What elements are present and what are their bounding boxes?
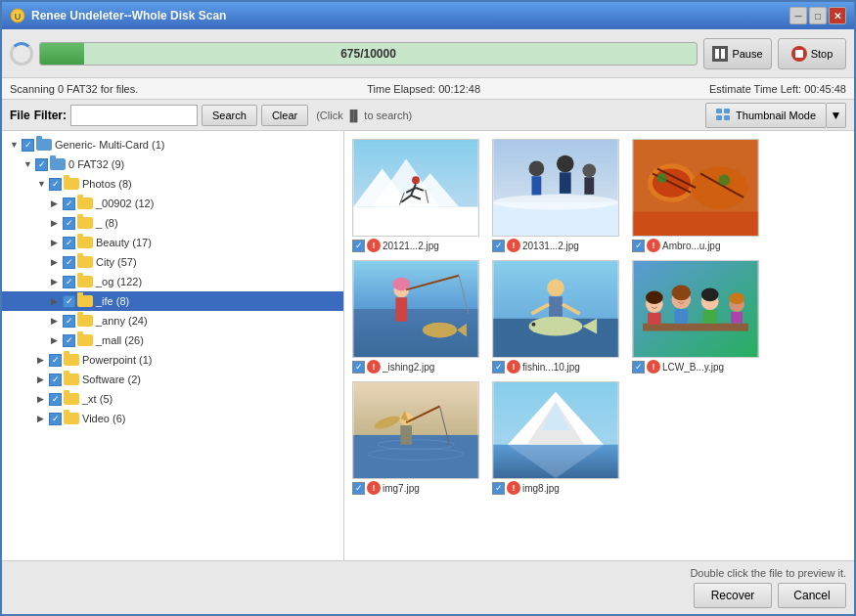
filter-input[interactable] [70,105,198,126]
tree-checkbox-root[interactable]: ✓ [22,139,34,152]
thumb-item-2[interactable]: ✓ ! 20131...2.jpg [492,139,624,252]
svg-rect-5 [724,115,730,120]
thumb-image-1[interactable] [352,139,479,237]
thumb-footer-3: ✓ ! Ambro...u.jpg [632,239,764,252]
tree-checkbox-anny[interactable]: ✓ [63,315,75,328]
thumb-checkbox-3[interactable]: ✓ [632,240,645,252]
pause-button[interactable]: Pause [703,38,772,69]
thumb-image-5[interactable] [492,260,619,358]
thumb-item-6[interactable]: ✓ ! LCW_B...y.jpg [632,260,764,374]
tree-toggle-photos[interactable]: ▼ [37,179,49,189]
tree-checkbox-mall[interactable]: ✓ [63,334,75,347]
tree-panel[interactable]: ▼ ✓ Generic- Multi-Card (1) ▼ ✓ 0 FAT32 … [2,131,344,560]
tree-item-xt[interactable]: ▶ ✓ _xt (5) [2,389,343,409]
thumb-image-6[interactable] [632,260,759,358]
tree-checkbox-00902[interactable]: ✓ [63,198,75,210]
thumb-item-1[interactable]: ✓ ! 20121...2.jpg [352,139,484,252]
folder-icon-powerpoint [64,354,79,366]
tree-label-under: _ (8) [96,217,118,229]
tree-item-under[interactable]: ▶ ✓ _ (8) [2,213,343,233]
tree-toggle-software[interactable]: ▶ [37,374,49,384]
estimate-text: Estimate Time Left: 00:45:48 [709,83,846,95]
tree-toggle-00902[interactable]: ▶ [51,198,63,208]
minimize-button[interactable]: ─ [789,7,807,24]
thumb-checkbox-5[interactable]: ✓ [492,361,505,374]
search-button[interactable]: Search [202,105,257,126]
close-button[interactable]: ✕ [829,7,846,24]
thumbnail-mode-button[interactable]: Thumbnail Mode [705,103,827,128]
thumb-checkbox-4[interactable]: ✓ [352,361,365,374]
tree-checkbox-fat32[interactable]: ✓ [35,158,48,171]
scanning-text: Scanning 0 FAT32 for files. [10,83,138,95]
title-buttons: ─ □ ✕ [789,7,846,24]
tree-item-anny[interactable]: ▶ ✓ _anny (24) [2,311,343,330]
tree-item-ife[interactable]: ▶ ✓ _ife (8) [2,291,343,311]
thumb-warn-5: ! [507,360,520,374]
tree-checkbox-beauty[interactable]: ✓ [63,237,75,249]
thumb-name-4: _ishing2.jpg [383,362,434,373]
recover-button[interactable]: Recover [694,583,772,608]
tree-toggle-xt[interactable]: ▶ [37,394,49,404]
thumb-item-3[interactable]: ✓ ! Ambro...u.jpg [632,139,764,252]
thumb-checkbox-2[interactable]: ✓ [492,240,505,252]
thumb-checkbox-8[interactable]: ✓ [492,482,505,495]
thumb-warn-4: ! [367,360,381,374]
tree-checkbox-og[interactable]: ✓ [63,276,75,288]
tree-item-beauty[interactable]: ▶ ✓ Beauty (17) [2,233,343,252]
tree-toggle-under[interactable]: ▶ [51,218,63,228]
main-content: ▼ ✓ Generic- Multi-Card (1) ▼ ✓ 0 FAT32 … [2,131,854,560]
thumb-item-7[interactable]: ✓ ! img7.jpg [352,381,484,495]
tree-toggle-video[interactable]: ▶ [37,414,49,423]
cancel-button[interactable]: Cancel [778,583,846,608]
thumb-image-2[interactable] [492,139,619,237]
tree-toggle-og[interactable]: ▶ [51,277,63,286]
tree-checkbox-under[interactable]: ✓ [63,217,75,230]
thumb-warn-3: ! [647,239,660,252]
tree-item-city[interactable]: ▶ ✓ City (57) [2,252,343,272]
tree-item-photos[interactable]: ▼ ✓ Photos (8) [2,174,343,194]
tree-item-og[interactable]: ▶ ✓ _og (122) [2,272,343,291]
thumb-item-8[interactable]: ✓ ! img8.jpg [492,381,624,495]
tree-item-software[interactable]: ▶ ✓ Software (2) [2,370,343,389]
tree-checkbox-video[interactable]: ✓ [49,413,62,425]
app-icon: U [10,8,25,23]
thumb-item-4[interactable]: ✓ ! _ishing2.jpg [352,260,484,374]
thumb-item-5[interactable]: ✓ ! fishin...10.jpg [492,260,624,374]
tree-item-powerpoint[interactable]: ▶ ✓ Powerpoint (1) [2,350,343,370]
thumbnail-mode-dropdown[interactable]: ▼ [827,103,846,128]
tree-toggle-anny[interactable]: ▶ [51,316,63,326]
thumb-checkbox-6[interactable]: ✓ [632,361,645,374]
tree-label-00902: _00902 (12) [96,198,154,209]
tree-item-video[interactable]: ▶ ✓ Video (6) [2,409,343,428]
tree-toggle-fat32[interactable]: ▼ [23,159,35,169]
tree-toggle-city[interactable]: ▶ [51,257,63,267]
stop-button[interactable]: Stop [778,38,846,69]
tree-item-root[interactable]: ▼ ✓ Generic- Multi-Card (1) [2,135,343,154]
tree-checkbox-photos[interactable]: ✓ [49,178,62,191]
thumb-image-3[interactable] [632,139,759,237]
svg-point-52 [529,317,583,336]
tree-toggle-powerpoint[interactable]: ▶ [37,355,49,365]
maximize-button[interactable]: □ [809,7,827,24]
thumb-image-7[interactable] [352,381,479,479]
image-panel[interactable]: ✓ ! 20121...2.jpg [344,131,854,560]
tree-toggle-beauty[interactable]: ▶ [51,238,63,247]
tree-label-powerpoint: Powerpoint (1) [82,354,153,366]
tree-checkbox-xt[interactable]: ✓ [49,393,62,406]
tree-toggle-root[interactable]: ▼ [10,140,22,150]
tree-item-00902[interactable]: ▶ ✓ _00902 (12) [2,194,343,213]
tree-checkbox-city[interactable]: ✓ [63,256,75,269]
tree-toggle-mall[interactable]: ▶ [51,335,63,345]
thumb-checkbox-7[interactable]: ✓ [352,482,365,495]
tree-checkbox-powerpoint[interactable]: ✓ [49,354,62,367]
tree-item-fat32[interactable]: ▼ ✓ 0 FAT32 (9) [2,154,343,174]
thumb-checkbox-1[interactable]: ✓ [352,240,365,252]
tree-checkbox-software[interactable]: ✓ [49,374,62,386]
tree-checkbox-ife[interactable]: ✓ [63,295,75,308]
folder-icon-og [77,276,93,287]
thumb-image-8[interactable] [492,381,619,479]
tree-toggle-ife[interactable]: ▶ [51,296,63,306]
clear-button[interactable]: Clear [261,105,308,126]
thumb-image-4[interactable] [352,260,479,358]
tree-item-mall[interactable]: ▶ ✓ _mall (26) [2,330,343,350]
